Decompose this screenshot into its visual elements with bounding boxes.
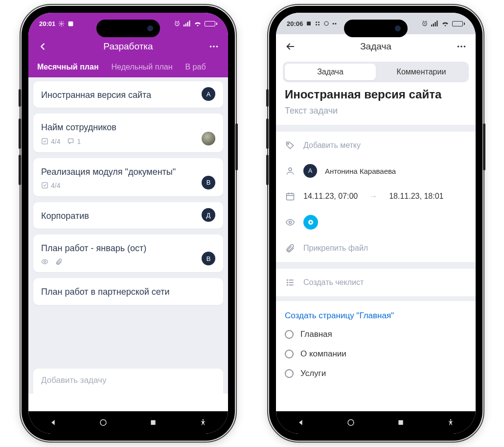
phone-right: 20:06 •• Задача [269, 6, 482, 441]
svg-rect-26 [436, 21, 437, 26]
task-card[interactable]: План работ в партнерской сети [33, 278, 223, 305]
date-to: 18.11.23, 18:01 [389, 192, 443, 201]
alarm-icon [421, 20, 428, 27]
checklist-item-label: Главная [300, 329, 332, 339]
checklist-title[interactable]: Создать страницу "Главная" [276, 303, 476, 325]
svg-point-29 [460, 46, 462, 47]
back-button[interactable] [285, 41, 296, 52]
assignee-row[interactable]: А Антонина Караваева [276, 157, 476, 185]
svg-point-17 [316, 22, 317, 23]
assignee-avatar: А [303, 164, 317, 178]
card-title: План работ - январь (ост) [41, 242, 215, 254]
card-title: План работ в партнерской сети [41, 286, 215, 298]
task-subtitle[interactable]: Текст задачи [285, 106, 467, 116]
svg-rect-24 [433, 24, 434, 26]
svg-point-30 [464, 46, 466, 47]
more-button[interactable] [456, 41, 467, 52]
nav-back-icon[interactable] [48, 418, 58, 427]
task-card[interactable]: Реализация модуля "документы"4/4В [33, 158, 223, 196]
nav-recent-icon[interactable] [148, 418, 158, 427]
svg-point-43 [287, 284, 288, 285]
status-icon-2 [315, 21, 321, 26]
svg-point-7 [210, 46, 212, 47]
svg-point-15 [203, 419, 204, 421]
back-button[interactable] [37, 41, 48, 52]
svg-point-20 [318, 24, 320, 25]
svg-point-21 [324, 22, 328, 25]
svg-rect-25 [435, 22, 436, 26]
check-meta: 4/4 [41, 182, 60, 189]
task-card[interactable]: Найм сотрудников4/41 [33, 114, 223, 152]
more-button[interactable] [208, 41, 219, 52]
nav-recent-icon[interactable] [396, 418, 406, 427]
svg-rect-33 [287, 193, 294, 200]
notch [96, 20, 160, 37]
svg-rect-10 [42, 139, 47, 144]
page-title: Разработка [103, 41, 153, 52]
app-bar: Задача [276, 34, 476, 59]
checklist-item[interactable]: О компании [276, 344, 476, 364]
app-bar: Разработка [28, 34, 228, 59]
card-title: Иностранная версия сайта [41, 89, 215, 101]
checklist-item[interactable]: Услуги [276, 364, 476, 383]
svg-rect-5 [187, 22, 188, 26]
svg-point-44 [348, 420, 354, 425]
tab-0[interactable]: Месячный план [37, 63, 99, 71]
svg-rect-4 [185, 24, 186, 26]
nav-home-icon[interactable] [98, 418, 108, 427]
svg-point-42 [287, 282, 288, 282]
task-card[interactable]: Иностранная версия сайтаА [33, 81, 223, 108]
svg-point-31 [288, 143, 289, 144]
tag-icon [285, 141, 296, 150]
checklist-item-label: Услуги [300, 369, 326, 378]
wifi-icon [441, 21, 449, 26]
calendar-icon [285, 191, 296, 201]
svg-rect-16 [307, 22, 311, 25]
segment-0[interactable]: Задача [285, 64, 376, 80]
svg-rect-23 [431, 24, 432, 26]
task-card[interactable]: План работ - январь (ост)В [33, 235, 223, 272]
nav-accessibility-icon[interactable] [446, 418, 456, 427]
svg-point-37 [289, 221, 292, 224]
battery-icon [205, 21, 217, 26]
signal-icon [431, 21, 438, 26]
task-list[interactable]: Иностранная версия сайтаАНайм сотруднико… [28, 77, 228, 394]
alarm-icon [174, 20, 181, 27]
segment-1[interactable]: Комментарии [376, 64, 467, 80]
tab-2[interactable]: В раб [185, 63, 206, 71]
nav-accessibility-icon[interactable] [198, 418, 208, 427]
assignee-avatar: Д [202, 208, 215, 222]
svg-rect-45 [398, 420, 403, 424]
tab-1[interactable]: Недельный план [112, 63, 173, 71]
nav-home-icon[interactable] [346, 418, 356, 427]
svg-point-13 [100, 420, 106, 425]
card-title: Реализация модуля "документы" [41, 166, 215, 178]
paperclip-icon [285, 243, 296, 253]
add-tag-row[interactable]: Добавить метку [276, 134, 476, 157]
date-from: 14.11.23, 07:00 [303, 192, 358, 201]
android-nav [28, 411, 228, 434]
eye-icon [285, 217, 296, 227]
create-checklist-row[interactable]: Создать чеклист [276, 271, 476, 294]
segmented-control[interactable]: ЗадачаКомментарии [283, 62, 469, 82]
task-card[interactable]: КорпоративД [33, 202, 223, 229]
wifi-icon [194, 21, 202, 26]
add-tag-label: Добавить метку [303, 141, 361, 150]
svg-point-0 [61, 23, 62, 24]
nav-back-icon[interactable] [296, 418, 306, 427]
status-icon-3 [323, 21, 329, 26]
notch [344, 20, 408, 37]
attach-label: Прикрепить файл [303, 244, 368, 253]
radio-icon [285, 369, 294, 378]
attach-row[interactable]: Прикрепить файл [276, 236, 476, 260]
person-icon [285, 166, 296, 176]
watchers-row[interactable] [276, 208, 476, 236]
add-task-input[interactable]: Добавить задачу [33, 368, 223, 394]
card-title: Найм сотрудников [41, 121, 215, 133]
list-icon [285, 278, 296, 287]
checklist-item[interactable]: Главная [276, 325, 476, 344]
status-icon-1 [306, 21, 312, 26]
comment-meta: 1 [67, 138, 81, 145]
date-row[interactable]: 14.11.23, 07:00 → 18.11.23, 18:01 [276, 185, 476, 208]
arrow-right-icon: → [369, 192, 377, 201]
